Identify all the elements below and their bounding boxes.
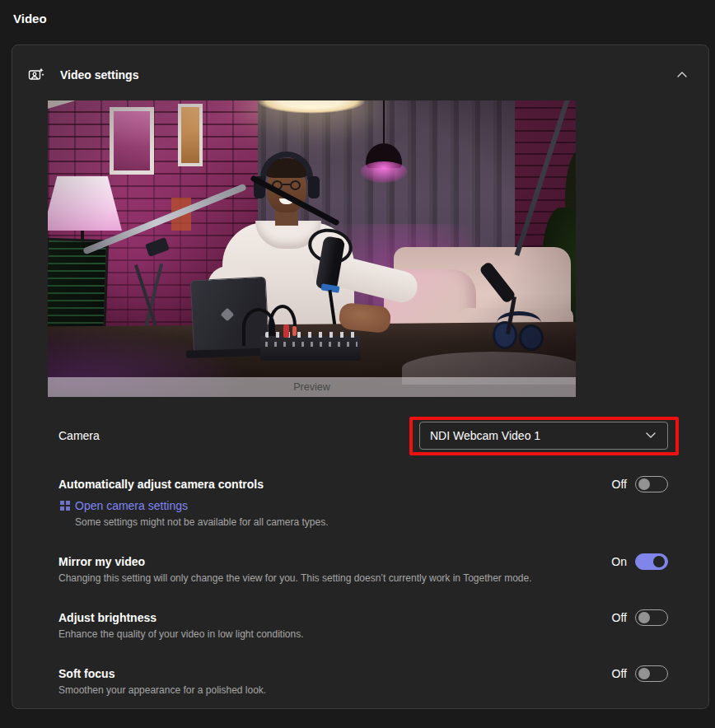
setting-row-auto-adjust: Automatically adjust camera controls Ope… xyxy=(58,476,668,529)
soft-focus-toggle[interactable] xyxy=(635,665,668,682)
setting-title: Soft focus xyxy=(58,665,592,682)
setting-description: Smoothen your appearance for a polished … xyxy=(58,684,592,697)
vignette-overlay xyxy=(48,100,576,397)
panel-header: Video settings xyxy=(12,45,708,83)
toggle-knob-icon xyxy=(638,612,650,623)
camera-label: Camera xyxy=(58,429,100,442)
setting-row-main: Adjust brightness Enhance the quality of… xyxy=(58,609,612,641)
toggle-group: Off xyxy=(612,665,668,682)
open-camera-settings-line: Open camera settings xyxy=(60,497,592,514)
toggle-state-label: Off xyxy=(612,667,627,680)
chevron-up-icon xyxy=(675,72,689,84)
collapse-section-button[interactable] xyxy=(674,67,690,83)
setting-row-main: Soft focus Smoothen your appearance for … xyxy=(58,665,612,697)
toggle-state-label: Off xyxy=(612,478,627,491)
setting-row-soft-focus: Soft focus Smoothen your appearance for … xyxy=(58,665,668,697)
setting-title: Automatically adjust camera controls xyxy=(58,476,592,492)
setting-description: Enhance the quality of your video in low… xyxy=(58,628,592,641)
toggle-state-label: On xyxy=(611,555,627,568)
camera-dropdown[interactable]: NDI Webcam Video 1 xyxy=(419,422,668,450)
setting-row-brightness: Adjust brightness Enhance the quality of… xyxy=(58,609,668,641)
preview-label: Preview xyxy=(293,381,329,393)
camera-preview-image: Preview xyxy=(48,100,576,397)
camera-dropdown-wrap: NDI Webcam Video 1 xyxy=(419,422,668,450)
toggle-knob-icon xyxy=(653,556,665,567)
video-person-sparkle-icon xyxy=(28,67,44,83)
video-settings-panel: Video settings xyxy=(12,44,709,709)
open-camera-settings-link[interactable]: Open camera settings xyxy=(75,499,188,512)
setting-row-mirror: Mirror my video Changing this setting wi… xyxy=(58,553,668,585)
setting-row-main: Mirror my video Changing this setting wi… xyxy=(58,553,611,585)
camera-row: Camera NDI Webcam Video 1 xyxy=(58,422,668,450)
video-settings-page: Video Video settings xyxy=(0,0,715,728)
setting-description: Changing this setting will only change t… xyxy=(58,572,591,585)
mirror-my-video-toggle[interactable] xyxy=(635,553,668,570)
page-title: Video xyxy=(0,0,715,26)
auto-adjust-camera-toggle[interactable] xyxy=(635,476,668,492)
camera-selected-value: NDI Webcam Video 1 xyxy=(430,429,540,442)
toggle-state-label: Off xyxy=(612,611,627,624)
adjust-brightness-toggle[interactable] xyxy=(635,609,668,626)
setting-description: Some settings might not be available for… xyxy=(75,516,592,529)
preview-label-bar: Preview xyxy=(48,377,576,397)
toggle-group: Off xyxy=(612,609,668,626)
setting-row-main: Automatically adjust camera controls Ope… xyxy=(58,476,612,529)
panel-title: Video settings xyxy=(60,68,138,82)
windows-icon xyxy=(60,501,70,511)
setting-title: Mirror my video xyxy=(58,553,591,570)
toggle-knob-icon xyxy=(638,668,650,679)
setting-title: Adjust brightness xyxy=(58,609,592,626)
toggle-group: Off xyxy=(612,476,668,492)
toggle-group: On xyxy=(611,553,668,570)
toggle-knob-icon xyxy=(638,478,650,490)
chevron-down-icon xyxy=(644,428,657,444)
